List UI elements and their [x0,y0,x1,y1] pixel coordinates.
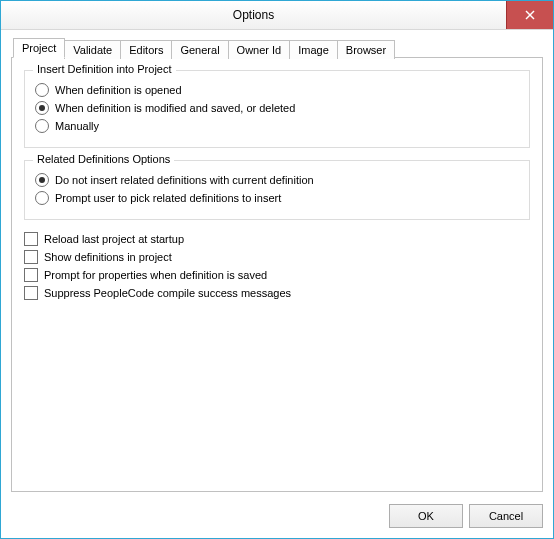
window-title: Options [1,1,506,29]
radio-manually[interactable]: Manually [35,119,519,133]
cancel-button[interactable]: Cancel [469,504,543,528]
tab-owner-id[interactable]: Owner Id [228,40,291,59]
options-dialog: Options Project Validate Editors General… [0,0,554,539]
close-icon [525,10,535,20]
radio-label: Prompt user to pick related definitions … [55,192,281,204]
tab-label: Browser [346,44,386,56]
tab-label: Project [22,42,56,54]
radio-icon [35,119,49,133]
tab-browser[interactable]: Browser [337,40,395,59]
tab-label: Editors [129,44,163,56]
radio-icon [35,173,49,187]
tab-general[interactable]: General [171,40,228,59]
radio-label: Manually [55,120,99,132]
groupbox-insert-definition: Insert Definition into Project When defi… [24,70,530,148]
radio-icon [35,191,49,205]
tab-image[interactable]: Image [289,40,338,59]
tab-label: Validate [73,44,112,56]
checkbox-icon [24,250,38,264]
titlebar: Options [1,1,553,30]
tab-label: Owner Id [237,44,282,56]
radio-icon [35,101,49,115]
radio-label: When definition is modified and saved, o… [55,102,295,114]
tab-project[interactable]: Project [13,38,65,58]
check-label: Reload last project at startup [44,233,184,245]
checkbox-icon [24,286,38,300]
radio-label: Do not insert related definitions with c… [55,174,314,186]
groupbox-related-definitions: Related Definitions Options Do not inser… [24,160,530,220]
dialog-body: Project Validate Editors General Owner I… [1,30,553,498]
tab-validate[interactable]: Validate [64,40,121,59]
check-suppress-peoplecode[interactable]: Suppress PeopleCode compile success mess… [24,286,530,300]
check-show-definitions[interactable]: Show definitions in project [24,250,530,264]
groupbox-legend: Related Definitions Options [33,153,174,165]
radio-when-opened[interactable]: When definition is opened [35,83,519,97]
radio-prompt-user[interactable]: Prompt user to pick related definitions … [35,191,519,205]
tab-editors[interactable]: Editors [120,40,172,59]
radio-icon [35,83,49,97]
groupbox-legend: Insert Definition into Project [33,63,176,75]
check-reload-last[interactable]: Reload last project at startup [24,232,530,246]
button-label: OK [418,510,434,522]
close-button[interactable] [506,1,553,29]
additional-options: Reload last project at startup Show defi… [24,232,530,300]
checkbox-icon [24,232,38,246]
button-bar: OK Cancel [1,498,553,538]
check-label: Prompt for properties when definition is… [44,269,267,281]
ok-button[interactable]: OK [389,504,463,528]
checkbox-icon [24,268,38,282]
check-prompt-properties[interactable]: Prompt for properties when definition is… [24,268,530,282]
check-label: Suppress PeopleCode compile success mess… [44,287,291,299]
button-label: Cancel [489,510,523,522]
radio-label: When definition is opened [55,84,182,96]
tab-panel-project: Insert Definition into Project When defi… [11,57,543,492]
tab-label: Image [298,44,329,56]
radio-do-not-insert[interactable]: Do not insert related definitions with c… [35,173,519,187]
radio-when-modified[interactable]: When definition is modified and saved, o… [35,101,519,115]
tab-label: General [180,44,219,56]
check-label: Show definitions in project [44,251,172,263]
tab-strip: Project Validate Editors General Owner I… [13,38,543,58]
